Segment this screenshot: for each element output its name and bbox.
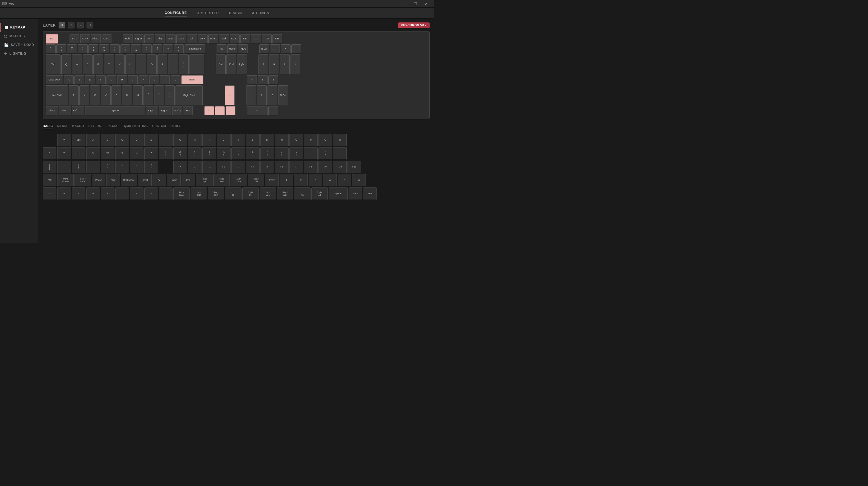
key-right-gui[interactable]: Right ... bbox=[146, 106, 158, 116]
pkey-num-lock[interactable]: NumLock bbox=[230, 174, 247, 187]
key-f16[interactable]: F16 bbox=[273, 34, 282, 43]
pkey-star8[interactable]: *8 bbox=[260, 147, 274, 160]
key-caps[interactable]: Caps Lock bbox=[46, 75, 63, 85]
key-k[interactable]: K bbox=[138, 75, 148, 85]
key-end[interactable]: End bbox=[226, 55, 236, 74]
key-equals[interactable]: += bbox=[174, 44, 184, 54]
pkey-hash3[interactable]: #3 bbox=[188, 147, 202, 160]
key-pgdn[interactable]: PgDn bbox=[237, 55, 247, 74]
layer-0-button[interactable]: 0 bbox=[59, 22, 65, 28]
pkey-num3b[interactable]: 3 bbox=[309, 174, 322, 187]
pkey-x[interactable]: X bbox=[115, 147, 129, 160]
key-6[interactable]: ^6 bbox=[110, 44, 120, 54]
key-j[interactable]: J bbox=[128, 75, 138, 85]
pkey-f4[interactable]: F4 bbox=[246, 161, 259, 173]
key-left-arrow[interactable]: ← bbox=[204, 106, 214, 116]
key-z[interactable]: Z bbox=[69, 86, 79, 105]
pkey-left-shift[interactable]: LeftShift bbox=[191, 188, 207, 200]
key-lbracket[interactable]: {[ bbox=[168, 55, 178, 74]
key-slash[interactable]: ?/ bbox=[165, 86, 175, 105]
pkey-num0b[interactable]: 0 bbox=[86, 188, 100, 200]
key-comma[interactable]: <, bbox=[144, 86, 153, 105]
close-button[interactable]: ✕ bbox=[421, 0, 432, 8]
key-3[interactable]: #3 bbox=[78, 44, 88, 54]
pkey-f6[interactable]: F6 bbox=[275, 161, 288, 173]
minimize-button[interactable]: — bbox=[399, 0, 410, 8]
picker-tab-layers[interactable]: LAYERS bbox=[88, 124, 101, 129]
pkey-amp7[interactable]: &7 bbox=[246, 147, 259, 160]
key-b[interactable]: B bbox=[112, 86, 121, 105]
key-num-slash[interactable]: / bbox=[270, 44, 280, 54]
pkey-left-ctrl[interactable]: LeftCtrl bbox=[225, 188, 242, 200]
pkey-page-down[interactable]: PageDown bbox=[213, 174, 230, 187]
key-scr-minus[interactable]: Scr - bbox=[69, 34, 80, 43]
key-miss[interactable]: Miss... bbox=[91, 34, 101, 43]
key-8[interactable]: *8 bbox=[131, 44, 141, 54]
pkey-scroll-lock[interactable]: ScrollLock bbox=[74, 174, 91, 187]
nav-design[interactable]: DESIGN bbox=[228, 10, 242, 16]
pkey-pipe[interactable]: |\ bbox=[72, 161, 86, 173]
pkey-home[interactable]: Home bbox=[167, 174, 181, 187]
key-x[interactable]: X bbox=[80, 86, 89, 105]
key-next[interactable]: Next bbox=[166, 34, 176, 43]
pkey-i[interactable]: I bbox=[203, 134, 216, 147]
key-num-enter[interactable]: N.Ent bbox=[278, 86, 288, 105]
pkey-pause[interactable]: Pause bbox=[92, 174, 105, 187]
pkey-colon[interactable]: :; bbox=[86, 161, 100, 173]
key-left-ctrl[interactable]: Left Ctrl bbox=[46, 106, 58, 116]
pkey-menu[interactable]: Menu bbox=[348, 188, 362, 200]
key-rctl[interactable]: RCtl bbox=[183, 106, 193, 116]
key-pgup[interactable]: PgUp bbox=[238, 44, 248, 54]
key-p[interactable]: P bbox=[157, 55, 167, 74]
layer-1-button[interactable]: 1 bbox=[68, 22, 74, 28]
pkey-c[interactable]: C bbox=[115, 134, 129, 147]
picker-tab-special[interactable]: SPECIAL bbox=[105, 124, 119, 129]
key-c[interactable]: C bbox=[90, 86, 100, 105]
pkey-insert[interactable]: Insert bbox=[138, 174, 152, 187]
pkey-w[interactable]: W bbox=[101, 147, 115, 160]
pkey-d[interactable]: D bbox=[130, 134, 144, 147]
key-num-minus[interactable]: - bbox=[291, 44, 301, 54]
pkey-a[interactable]: A bbox=[86, 134, 100, 147]
pkey-lt[interactable]: <, bbox=[115, 161, 129, 173]
key-r[interactable]: R bbox=[93, 55, 103, 74]
key-vol-plus[interactable]: Vol + bbox=[198, 34, 208, 43]
key-ins[interactable]: Ins bbox=[217, 44, 226, 54]
pkey-f5[interactable]: F5 bbox=[260, 161, 274, 173]
key-n[interactable]: N bbox=[122, 86, 132, 105]
key-7[interactable]: &7 bbox=[121, 44, 130, 54]
key-g[interactable]: G bbox=[106, 75, 116, 85]
key-brght-plus[interactable]: Brght+ bbox=[134, 34, 144, 43]
pkey-num1b[interactable]: 1 bbox=[280, 174, 293, 187]
pkey-right-win[interactable]: RightWin bbox=[277, 188, 293, 200]
pkey-rbrace[interactable]: }] bbox=[57, 161, 71, 173]
key-num-dot[interactable]: . bbox=[268, 106, 278, 116]
pkey-u[interactable]: U bbox=[72, 147, 86, 160]
key-home[interactable]: Home bbox=[227, 44, 237, 54]
key-num7[interactable]: 7 bbox=[258, 55, 268, 74]
layer-2-button[interactable]: 2 bbox=[77, 22, 84, 28]
pkey-print-screen[interactable]: PrintScreen bbox=[57, 174, 74, 187]
picker-tab-macro[interactable]: MACRO bbox=[72, 124, 84, 129]
key-right-arrow[interactable]: → bbox=[226, 106, 236, 116]
pkey-p[interactable]: P bbox=[304, 134, 318, 147]
key-del[interactable]: Del bbox=[216, 55, 226, 74]
key-4[interactable]: $4 bbox=[88, 44, 98, 54]
key-u[interactable]: U bbox=[125, 55, 135, 74]
key-f14[interactable]: F14 bbox=[251, 34, 261, 43]
pkey-lp9[interactable]: (9 bbox=[275, 147, 288, 160]
pkey-del2[interactable]: Del bbox=[153, 174, 166, 187]
pkey-j[interactable]: J bbox=[217, 134, 230, 147]
pkey-o[interactable]: O bbox=[289, 134, 303, 147]
key-num5[interactable]: 5 bbox=[258, 75, 268, 85]
keychron-badge[interactable]: KEYCHRON V6 ▾ bbox=[398, 23, 430, 28]
pkey-r[interactable]: R bbox=[333, 134, 347, 147]
pkey-at2[interactable]: @2 bbox=[173, 147, 187, 160]
pkey-esc[interactable]: Esc bbox=[72, 134, 86, 147]
key-minus[interactable]: _- bbox=[163, 44, 173, 54]
key-d[interactable]: D bbox=[85, 75, 95, 85]
pkey-num6b[interactable]: 6 bbox=[352, 174, 366, 187]
key-m[interactable]: M bbox=[133, 86, 143, 105]
picker-tab-qmk[interactable]: QMK LIGHTING bbox=[124, 124, 148, 129]
pkey-num-minus2[interactable]: - bbox=[130, 188, 144, 200]
